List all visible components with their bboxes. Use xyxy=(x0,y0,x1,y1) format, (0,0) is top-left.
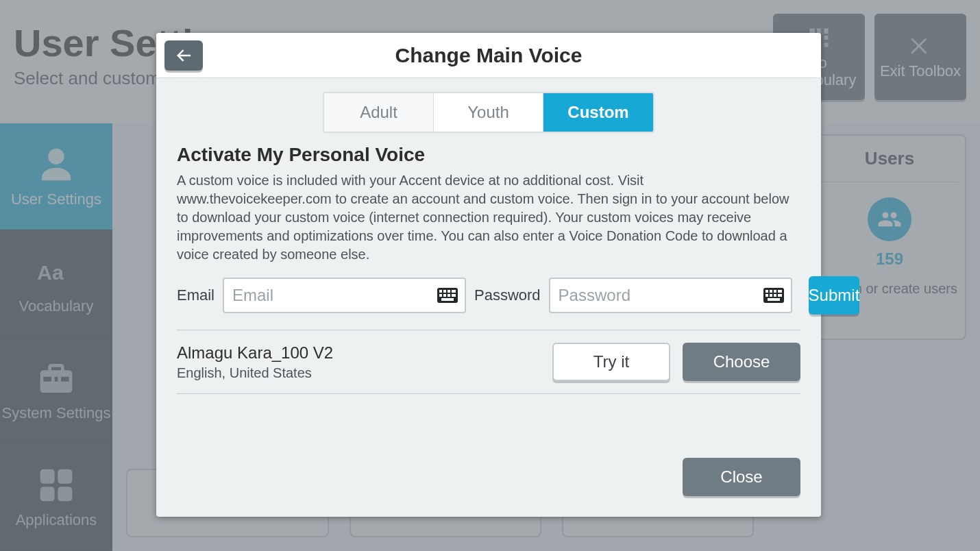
voice-info: Almagu Kara_100 V2 English, United State… xyxy=(177,343,540,381)
email-label: Email xyxy=(177,286,215,304)
svg-rect-9 xyxy=(452,290,456,293)
back-button[interactable] xyxy=(164,40,203,71)
svg-rect-6 xyxy=(439,290,442,293)
password-label: Password xyxy=(474,286,541,304)
email-field-wrapper[interactable] xyxy=(223,278,466,313)
voice-row: Almagu Kara_100 V2 English, United State… xyxy=(177,330,800,394)
activate-voice-section: Activate My Personal Voice A custom voic… xyxy=(156,140,821,394)
svg-rect-12 xyxy=(448,294,450,297)
svg-rect-10 xyxy=(439,294,442,297)
voice-tab-row: Adult Youth Custom xyxy=(156,78,821,140)
close-button[interactable]: Close xyxy=(683,458,800,496)
svg-rect-11 xyxy=(443,294,446,297)
svg-rect-24 xyxy=(768,298,780,301)
tab-adult[interactable]: Adult xyxy=(324,93,434,132)
arrow-left-icon xyxy=(173,45,194,66)
change-main-voice-modal: Change Main Voice Adult Youth Custom Act… xyxy=(156,33,821,517)
voice-name: Almagu Kara_100 V2 xyxy=(177,343,540,363)
modal-footer: Close xyxy=(156,458,821,517)
password-field-wrapper[interactable] xyxy=(549,278,792,313)
tab-custom[interactable]: Custom xyxy=(543,93,653,132)
svg-rect-13 xyxy=(452,294,456,297)
email-input[interactable] xyxy=(232,286,437,305)
try-it-button[interactable]: Try it xyxy=(552,343,670,381)
section-description: A custom voice is included with your Acc… xyxy=(177,171,800,264)
svg-rect-21 xyxy=(770,294,772,297)
svg-rect-19 xyxy=(778,290,782,293)
svg-rect-14 xyxy=(441,298,454,301)
voice-tabs: Adult Youth Custom xyxy=(323,92,654,133)
svg-rect-23 xyxy=(778,294,782,297)
svg-rect-16 xyxy=(765,290,768,293)
svg-rect-7 xyxy=(443,290,446,293)
svg-rect-18 xyxy=(774,290,776,293)
svg-rect-8 xyxy=(448,290,450,293)
modal-title: Change Main Voice xyxy=(203,44,813,67)
keyboard-icon[interactable] xyxy=(763,288,784,303)
choose-button[interactable]: Choose xyxy=(683,343,800,381)
voice-locale: English, United States xyxy=(177,365,540,381)
svg-rect-22 xyxy=(774,294,776,297)
submit-button[interactable]: Submit xyxy=(809,276,860,315)
password-input[interactable] xyxy=(559,286,763,305)
section-title: Activate My Personal Voice xyxy=(177,144,800,166)
keyboard-icon[interactable] xyxy=(437,288,458,303)
login-form-row: Email Password Submit xyxy=(177,276,800,330)
svg-rect-17 xyxy=(770,290,772,293)
tab-youth[interactable]: Youth xyxy=(434,93,543,132)
modal-header: Change Main Voice xyxy=(156,33,821,78)
svg-rect-20 xyxy=(765,294,768,297)
